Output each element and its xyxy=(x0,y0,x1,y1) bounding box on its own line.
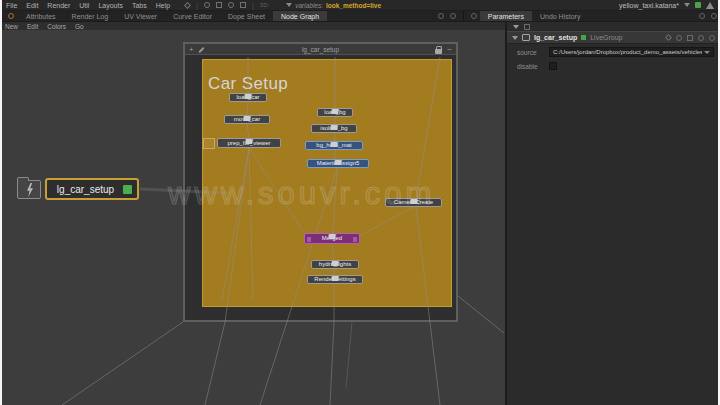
close-icon[interactable] xyxy=(450,13,456,19)
warning-icon[interactable] xyxy=(706,2,714,9)
header-icons xyxy=(666,35,715,41)
watermark: www.souvr.com xyxy=(168,176,435,212)
tab-node-graph[interactable]: Node Graph xyxy=(273,11,327,21)
viewer-3d-label: 3D: xyxy=(260,2,269,8)
page-edge-left xyxy=(0,0,2,405)
disable-checkbox[interactable] xyxy=(549,62,557,70)
source-label: source xyxy=(517,49,543,56)
edit-icon[interactable] xyxy=(698,35,704,41)
spacer xyxy=(327,11,435,21)
reset-icon[interactable] xyxy=(676,35,682,41)
status-square xyxy=(581,35,586,40)
menubar: File Edit Render Util Layouts Tabs Help … xyxy=(0,0,720,11)
node-type-icon xyxy=(522,34,530,41)
disable-row: disable xyxy=(507,59,720,72)
menu-file[interactable]: File xyxy=(6,2,17,9)
graph-menu-new[interactable]: New xyxy=(5,23,18,30)
tab-attributes[interactable]: Attributes xyxy=(18,11,64,21)
parameter-node-name: lg_car_setup xyxy=(534,34,577,41)
disable-label: disable xyxy=(517,63,543,70)
node-render-settings[interactable]: RenderSettings xyxy=(307,275,363,284)
lock-icon xyxy=(244,115,251,122)
expand-arrow-icon[interactable] xyxy=(512,36,518,40)
lock-icon xyxy=(332,260,339,267)
search-icon[interactable] xyxy=(709,35,715,41)
gear-icon[interactable] xyxy=(687,35,693,41)
pin-icon[interactable] xyxy=(699,13,705,19)
status-square xyxy=(123,185,132,194)
flag-icon[interactable] xyxy=(240,2,246,8)
link-icon[interactable] xyxy=(216,2,222,8)
project-filename[interactable]: yellow_taxi.katana* xyxy=(619,2,679,9)
node-load-car[interactable]: load_car xyxy=(229,93,267,102)
variables-dropdown[interactable]: variables: look_method=live xyxy=(286,2,381,9)
node-material-assign[interactable]: MaterialAssign5 xyxy=(307,159,369,168)
menu-util[interactable]: Util xyxy=(79,2,89,9)
graph-menu-colors[interactable]: Colors xyxy=(47,23,66,30)
lock-icon xyxy=(329,233,336,240)
node-bg-hero-mat[interactable]: bg_hero_mat xyxy=(305,141,363,150)
spacer xyxy=(588,11,696,21)
close-icon[interactable] xyxy=(711,13,717,19)
source-field[interactable]: C:/Users/jordan/Dropbox/product_demo_ass… xyxy=(549,47,714,57)
tab-uv-viewer[interactable]: UV Viewer xyxy=(116,11,165,21)
pin-icon[interactable] xyxy=(438,13,444,19)
menu-tabs[interactable]: Tabs xyxy=(132,2,147,9)
lock-icon xyxy=(332,275,339,282)
source-value: C:/Users/jordan/Dropbox/product_demo_ass… xyxy=(553,48,702,57)
snap-icon[interactable] xyxy=(665,34,672,41)
node-hydra-lights[interactable]: hydra_lights xyxy=(311,260,359,269)
node-load-bg[interactable]: load_bg xyxy=(317,108,353,117)
lock-icon xyxy=(245,93,252,100)
graph-menu-go[interactable]: Go xyxy=(75,23,84,30)
tab-parameters[interactable]: Parameters xyxy=(480,11,532,21)
separator: | xyxy=(252,2,254,9)
toolbar-icons: | | 3D: xyxy=(185,2,269,9)
menubar-right: yellow_taxi.katana* xyxy=(619,2,714,9)
tab-curve-editor[interactable]: Curve Editor xyxy=(165,11,220,21)
group-input-port[interactable] xyxy=(203,138,215,149)
chevron-down-icon xyxy=(286,3,292,7)
gear-icon[interactable] xyxy=(8,13,14,19)
node-merged[interactable]: Merged xyxy=(304,233,360,244)
menu-layouts[interactable]: Layouts xyxy=(98,2,123,9)
tab-render-log[interactable]: Render Log xyxy=(64,11,117,21)
separator: | xyxy=(196,2,198,9)
node-label: lg_car_setup xyxy=(52,184,119,195)
lock-icon xyxy=(335,159,342,166)
chevron-down-icon[interactable] xyxy=(513,25,519,29)
chevron-down-icon xyxy=(684,3,690,7)
parameters-panel: lg_car_setup LiveGroup source C:/Users/j… xyxy=(505,22,720,405)
tab-undo-history[interactable]: Undo History xyxy=(532,11,588,21)
detach-icon[interactable] xyxy=(471,13,477,19)
node-graph-canvas[interactable]: + lg_car_setup − Car Setup xyxy=(0,30,505,405)
menu-edit[interactable]: Edit xyxy=(26,2,38,9)
variables-label: variables: xyxy=(295,2,323,9)
source-row: source C:/Users/jordan/Dropbox/product_d… xyxy=(507,44,720,59)
tab-bar: Attributes Render Log UV Viewer Curve Ed… xyxy=(0,11,720,22)
app-window: File Edit Render Util Layouts Tabs Help … xyxy=(0,0,720,405)
lock-icon xyxy=(331,141,338,148)
parameter-node-header[interactable]: lg_car_setup LiveGroup xyxy=(507,31,720,44)
lock-icon xyxy=(246,138,253,145)
tab-dope-sheet[interactable]: Dope Sheet xyxy=(220,11,273,21)
node-isolate-bg[interactable]: isolate_bg xyxy=(311,124,357,133)
selection-mark xyxy=(307,237,311,242)
menu-help[interactable]: Help xyxy=(156,2,170,9)
render-status-led xyxy=(695,2,701,8)
livegroup-folder-icon xyxy=(17,180,41,199)
refresh-icon[interactable] xyxy=(204,2,210,8)
parameter-node-type: LiveGroup xyxy=(590,34,622,41)
sync-icon[interactable] xyxy=(228,2,234,8)
node-lg-car-setup[interactable]: lg_car_setup xyxy=(45,178,139,200)
node-prep-for-viewer[interactable]: prep_for_viewer xyxy=(217,138,281,148)
node-move-car[interactable]: move_car xyxy=(224,115,270,124)
options-icon[interactable] xyxy=(524,24,530,30)
variables-value: look_method=live xyxy=(326,2,381,9)
menu-render[interactable]: Render xyxy=(47,2,70,9)
graph-menu-edit[interactable]: Edit xyxy=(27,23,38,30)
dropdown-arrow-icon[interactable] xyxy=(704,51,710,54)
selection-mark xyxy=(353,237,357,242)
diamond-icon[interactable] xyxy=(184,1,191,8)
lock-icon xyxy=(332,108,339,115)
